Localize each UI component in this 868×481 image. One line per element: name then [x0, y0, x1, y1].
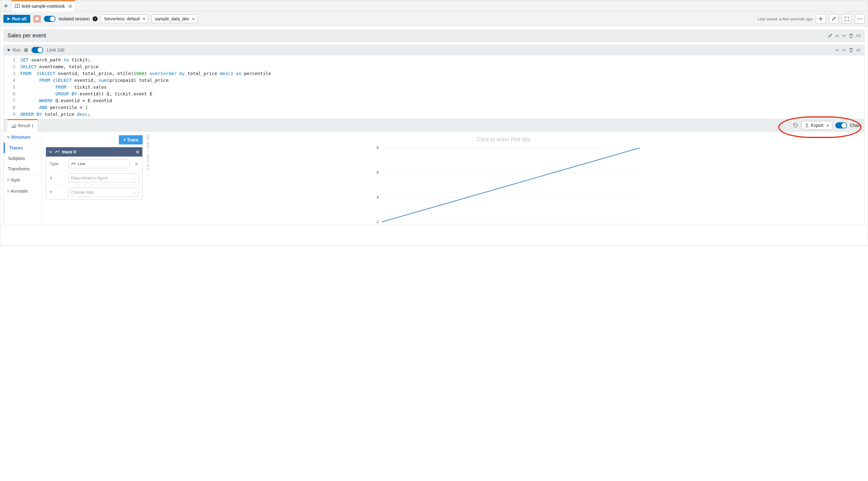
move-up-button[interactable]	[835, 35, 839, 37]
svg-text:8: 8	[377, 145, 379, 150]
limit-toggle[interactable]	[31, 47, 43, 53]
add-cell-button[interactable]	[816, 14, 826, 24]
svg-text:2: 2	[377, 219, 379, 224]
svg-point-1	[857, 18, 858, 19]
main-toolbar: Run all Isolated session i Serverless: d…	[0, 11, 868, 27]
edit-button[interactable]	[829, 14, 839, 24]
new-tab-button[interactable]	[0, 4, 11, 8]
move-down-button[interactable]	[842, 35, 846, 37]
chart-toggle-label: Chart	[850, 123, 861, 128]
svg-point-4	[136, 163, 137, 164]
upload-icon	[805, 123, 809, 127]
chart-builder: Structure Traces Subplots Transforms Sty…	[4, 131, 864, 225]
delete-cell-button[interactable]	[849, 34, 853, 38]
cell-title: Sales per event	[7, 32, 46, 39]
export-label: Export	[811, 123, 823, 128]
chevron-down-icon: ▾	[827, 123, 829, 128]
result-tab[interactable]: Result 1	[7, 119, 37, 131]
gear-icon[interactable]	[134, 162, 138, 166]
plot-svg: 2468	[149, 145, 858, 225]
info-icon[interactable]: i	[93, 17, 97, 21]
tab-notebook[interactable]: tickit-sample-notebook	[11, 0, 75, 11]
sidebar-item-transforms[interactable]: Transforms	[4, 163, 42, 174]
y-axis-placeholder[interactable]: k to enter Y axis title	[145, 134, 150, 170]
sidebar-label: Annotate	[10, 189, 28, 193]
trace-header[interactable]: trace 0	[46, 147, 142, 156]
close-icon	[136, 150, 139, 154]
plot-canvas[interactable]: Click to enter Plot title k to enter Y a…	[146, 131, 864, 225]
close-icon[interactable]	[68, 5, 72, 8]
notebook-icon	[15, 4, 20, 8]
chart-toggle[interactable]	[835, 122, 847, 128]
database-select[interactable]: sample_data_dev ▾	[152, 14, 198, 23]
isolated-session-toggle[interactable]	[44, 16, 56, 22]
stop-cell-button[interactable]	[24, 49, 28, 52]
tab-title: tickit-sample-notebook	[22, 4, 65, 9]
trash-icon	[849, 34, 853, 38]
trace-config: trace 0 Type Line	[46, 147, 143, 200]
isolated-session-label: Isolated session	[59, 17, 90, 21]
play-icon	[7, 48, 11, 52]
type-select[interactable]: Line	[68, 159, 130, 168]
cell-number: #1	[856, 33, 861, 38]
plus-icon	[4, 4, 8, 8]
x-data-select[interactable]: Data inlined in figure ⌄	[68, 174, 138, 182]
delete-cell-button[interactable]	[849, 48, 853, 52]
y-value: Choose data...	[71, 190, 97, 194]
refresh-icon	[793, 123, 798, 128]
run-cell-button[interactable]: Run	[7, 48, 21, 53]
limit-label: Limit 100	[47, 48, 64, 53]
chevron-right-icon	[7, 178, 9, 182]
edit-cell-button[interactable]	[828, 34, 832, 38]
svg-point-2	[859, 18, 860, 19]
stop-all-button[interactable]	[33, 15, 41, 23]
move-down-button[interactable]	[842, 49, 846, 51]
sidebar-item-traces[interactable]: Traces	[4, 143, 42, 153]
chevron-down-icon	[49, 150, 52, 153]
export-button[interactable]: Export ▾	[801, 121, 832, 130]
svg-text:4: 4	[377, 195, 379, 200]
line-icon	[71, 162, 76, 166]
chevron-down-icon	[842, 35, 846, 37]
chevron-up-icon	[835, 35, 839, 37]
run-all-label: Run all	[12, 17, 27, 21]
plus-icon	[818, 17, 823, 21]
cell-markdown: Sales per event #1	[3, 30, 865, 42]
chevron-down-icon: ▾	[143, 17, 145, 21]
close-trace-button[interactable]	[136, 150, 139, 154]
type-value: Line	[78, 161, 86, 166]
plot-title-placeholder[interactable]: Click to enter Plot title	[149, 134, 858, 145]
more-button[interactable]	[855, 14, 865, 24]
run-all-button[interactable]: Run all	[3, 15, 30, 23]
chevron-down-icon: ⌄	[132, 190, 136, 194]
sidebar-label: Structure	[11, 134, 30, 140]
svg-rect-0	[35, 17, 39, 20]
sql-editor[interactable]: 1SET search_path to tickit;2SELECT event…	[4, 55, 864, 119]
pencil-icon	[832, 17, 836, 21]
sidebar-group-style[interactable]: Style	[4, 174, 42, 185]
chevron-down-icon: ⌄	[132, 176, 136, 180]
sidebar-item-subplots[interactable]: Subplots	[4, 153, 42, 163]
chevron-up-icon	[835, 49, 839, 51]
last-saved-text: Last saved: a few seconds ago	[757, 17, 813, 21]
trace-panel: + Trace trace 0 Type Line	[42, 131, 146, 225]
add-trace-button[interactable]: + Trace	[119, 135, 143, 145]
sidebar-group-annotate[interactable]: Annotate	[4, 185, 42, 197]
sidebar-group-structure[interactable]: Structure	[4, 131, 42, 143]
cell-sql: Run Limit 100 #2 1SET search_path to tic…	[3, 45, 865, 226]
chevron-down-icon	[842, 49, 846, 51]
connection-select[interactable]: Serverless: default ▾	[101, 14, 149, 23]
connection-select-value: Serverless: default	[104, 17, 140, 21]
expand-button[interactable]	[842, 14, 851, 24]
svg-point-3	[861, 18, 862, 19]
move-up-button[interactable]	[835, 49, 839, 51]
y-label: Y	[50, 190, 65, 194]
y-data-select[interactable]: Choose data... ⌄	[68, 188, 138, 197]
sidebar-label: Style	[10, 178, 20, 182]
refresh-button[interactable]	[793, 123, 798, 128]
chevron-down-icon	[7, 136, 10, 139]
result-tab-label: Result 1	[18, 123, 34, 128]
database-select-value: sample_data_dev	[155, 17, 189, 21]
chevron-right-icon	[7, 189, 9, 193]
x-value: Data inlined in figure	[71, 176, 108, 180]
